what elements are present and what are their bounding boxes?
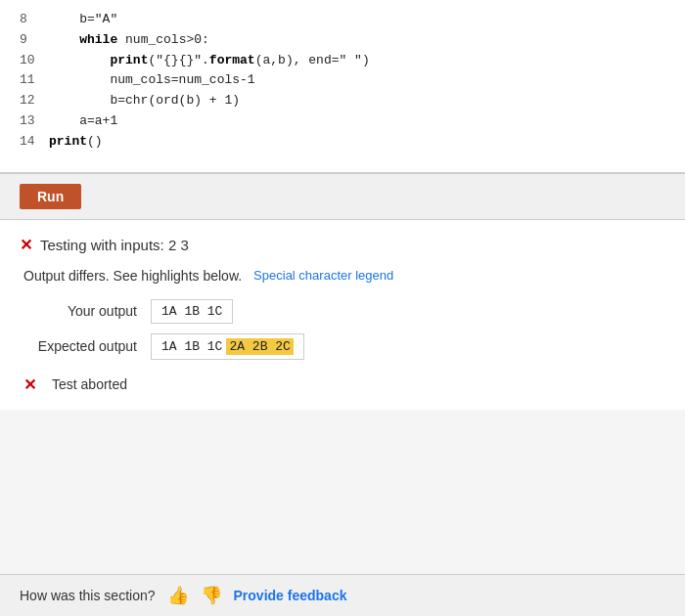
special-char-legend-link[interactable]: Special character legend xyxy=(253,268,393,283)
expected-output-box: 1A 1B 1C 2A 2B 2C xyxy=(151,333,304,360)
line-number: 10 xyxy=(20,51,49,71)
line-content: while num_cols>0: xyxy=(49,30,209,51)
aborted-text: Test aborted xyxy=(52,376,127,392)
your-output-row: Your output 1A 1B 1C xyxy=(23,299,665,324)
output-differs-text: Output differs. See highlights below. xyxy=(23,268,242,284)
line-number: 12 xyxy=(20,91,49,111)
expected-output-label: Expected output xyxy=(23,338,151,354)
your-output-value: 1A 1B 1C xyxy=(161,304,222,319)
code-line-8: 8 b="A" xyxy=(20,10,665,30)
expected-output-normal: 1A 1B 1C xyxy=(161,339,222,354)
thumbs-up-icon[interactable]: 👍 xyxy=(167,585,189,606)
results-section: ✕ Testing with inputs: 2 3 Output differ… xyxy=(0,220,685,410)
test-fail-icon: ✕ xyxy=(20,236,32,254)
your-output-label: Your output xyxy=(23,303,151,319)
code-line-10: 10 print("{}{}".format(a,b), end=" ") xyxy=(20,51,665,71)
line-number: 8 xyxy=(20,10,49,30)
thumbs-down-icon[interactable]: 👎 xyxy=(201,585,222,606)
code-line-12: 12 b=chr(ord(b) + 1) xyxy=(20,91,665,111)
expected-output-highlighted: 2A 2B 2C xyxy=(226,338,293,355)
expected-output-row: Expected output 1A 1B 1C 2A 2B 2C xyxy=(23,333,665,360)
line-number: 11 xyxy=(20,70,49,91)
aborted-icon: ✕ xyxy=(23,375,36,394)
footer-question: How was this section? xyxy=(20,588,156,603)
footer-section: How was this section? 👍 👎 Provide feedba… xyxy=(0,574,685,616)
test-aborted-row: ✕ Test aborted xyxy=(23,375,665,394)
run-section: Run xyxy=(0,174,685,220)
code-line-11: 11 num_cols=num_cols-1 xyxy=(20,70,665,91)
line-number: 9 xyxy=(20,30,49,51)
code-block: 8 b="A" 9 while num_cols>0: 10 print("{}… xyxy=(20,10,665,153)
line-content: b="A" xyxy=(49,10,117,30)
line-content: print("{}{}".format(a,b), end=" ") xyxy=(49,51,370,71)
code-section: 8 b="A" 9 while num_cols>0: 10 print("{}… xyxy=(0,0,685,173)
line-number: 13 xyxy=(20,111,49,132)
output-differs-row: Output differs. See highlights below. Sp… xyxy=(23,268,665,284)
code-line-14: 14 print() xyxy=(20,132,665,153)
your-output-box: 1A 1B 1C xyxy=(151,299,233,324)
provide-feedback-link[interactable]: Provide feedback xyxy=(234,588,347,603)
line-content: print() xyxy=(49,132,103,153)
code-line-9: 9 while num_cols>0: xyxy=(20,30,665,51)
test-header: ✕ Testing with inputs: 2 3 xyxy=(20,236,665,254)
test-inputs-label: Testing with inputs: 2 3 xyxy=(40,237,189,253)
line-number: 14 xyxy=(20,132,49,153)
run-button[interactable]: Run xyxy=(20,184,81,209)
line-content: num_cols=num_cols-1 xyxy=(49,70,255,91)
code-line-13: 13 a=a+1 xyxy=(20,111,665,132)
line-content: a=a+1 xyxy=(49,111,117,132)
line-content: b=chr(ord(b) + 1) xyxy=(49,91,240,111)
